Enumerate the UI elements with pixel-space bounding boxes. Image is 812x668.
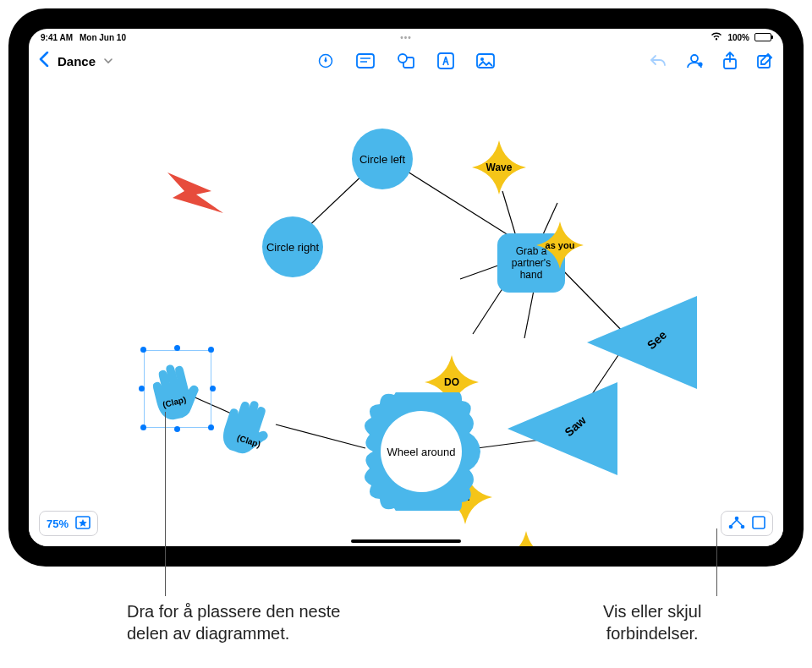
arrow-sticker[interactable] (164, 169, 230, 220)
status-bar: 9:41 AM Mon Jun 10 ••• 100% (29, 29, 783, 46)
grid-toggle-icon[interactable] (752, 516, 765, 532)
node-triangle-see[interactable]: See (587, 296, 697, 391)
callout-text: forbindelser. (603, 622, 701, 644)
node-hand-clap1-selected[interactable]: (Clap) (145, 352, 210, 428)
text-tool-icon[interactable] (437, 52, 454, 69)
toolbar: Dance (29, 46, 783, 76)
selection-handle[interactable] (140, 424, 146, 430)
node-star-do2[interactable]: DO (499, 531, 553, 546)
shapes-tool-icon[interactable] (397, 52, 415, 69)
svg-line-23 (276, 424, 365, 448)
node-circle-right[interactable]: Circle right (262, 216, 323, 277)
pen-tool-icon[interactable] (317, 52, 334, 69)
svg-point-9 (691, 55, 698, 62)
node-label: DO (499, 531, 553, 546)
svg-rect-6 (438, 53, 453, 68)
node-label: Wheel around (387, 446, 456, 458)
selection-handle[interactable] (140, 347, 146, 353)
ipad-frame: 9:41 AM Mon Jun 10 ••• 100% Dance (8, 8, 804, 567)
connections-toggle-icon[interactable] (728, 516, 745, 532)
zoom-pill[interactable]: 75% (39, 511, 98, 536)
svg-point-5 (398, 54, 407, 63)
callout-text: delen av diagrammet. (127, 622, 340, 644)
diagram-tools-pill (721, 511, 773, 536)
wifi-icon (710, 32, 722, 42)
note-tool-icon[interactable] (356, 52, 375, 69)
svg-point-8 (480, 57, 484, 61)
selection-handle[interactable] (208, 424, 214, 430)
node-circle-left[interactable]: Circle left (352, 129, 413, 189)
selection-handle[interactable] (208, 347, 214, 353)
node-star-wave[interactable]: Wave (472, 140, 526, 194)
document-menu-chevron-icon[interactable] (104, 56, 112, 66)
callout-text: Dra for å plassere den neste (127, 600, 340, 622)
battery-percent: 100% (727, 33, 749, 42)
selection-handle[interactable] (174, 426, 180, 432)
undo-icon[interactable] (650, 53, 667, 68)
node-label: Circle left (359, 153, 405, 166)
home-indicator[interactable] (351, 539, 461, 543)
callout-line (716, 528, 717, 596)
status-date: Mon Jun 10 (80, 33, 126, 42)
back-button[interactable] (39, 52, 49, 71)
battery-icon (754, 33, 771, 41)
node-triangle-saw[interactable]: Saw (508, 382, 617, 478)
collaborate-icon[interactable] (685, 52, 704, 69)
node-label: Wave (472, 140, 526, 194)
node-wheel-around[interactable]: Wheel around (362, 392, 480, 511)
svg-rect-1 (357, 54, 374, 68)
screen: 9:41 AM Mon Jun 10 ••• 100% Dance (29, 29, 783, 546)
shape-library-icon[interactable] (75, 516, 91, 532)
callout-drag: Dra for å plassere den neste delen av di… (127, 600, 340, 644)
svg-rect-30 (753, 517, 765, 528)
document-title[interactable]: Dance (58, 54, 96, 68)
canvas[interactable]: Circle left Circle right Grab a partner'… (29, 76, 783, 546)
callout-line (165, 412, 166, 596)
selection-box (144, 350, 211, 428)
node-label: Circle right (266, 241, 319, 254)
node-star-asyou[interactable]: as you (536, 222, 584, 269)
media-tool-icon[interactable] (476, 52, 495, 69)
selection-handle[interactable] (174, 345, 180, 351)
selection-handle[interactable] (210, 386, 216, 391)
zoom-level: 75% (47, 517, 69, 530)
status-time: 9:41 AM (41, 33, 73, 42)
callout-text: Vis eller skjul (603, 600, 701, 622)
callout-connections: Vis eller skjul forbindelser. (603, 600, 701, 644)
selection-handle[interactable] (139, 386, 145, 391)
svg-point-27 (735, 516, 739, 520)
node-label: as you (536, 222, 584, 269)
node-hand-clap2[interactable]: (Clap) (218, 389, 283, 465)
svg-point-10 (698, 62, 702, 66)
share-icon[interactable] (722, 52, 738, 70)
multitask-dots[interactable]: ••• (400, 33, 412, 42)
compose-icon[interactable] (756, 52, 773, 69)
